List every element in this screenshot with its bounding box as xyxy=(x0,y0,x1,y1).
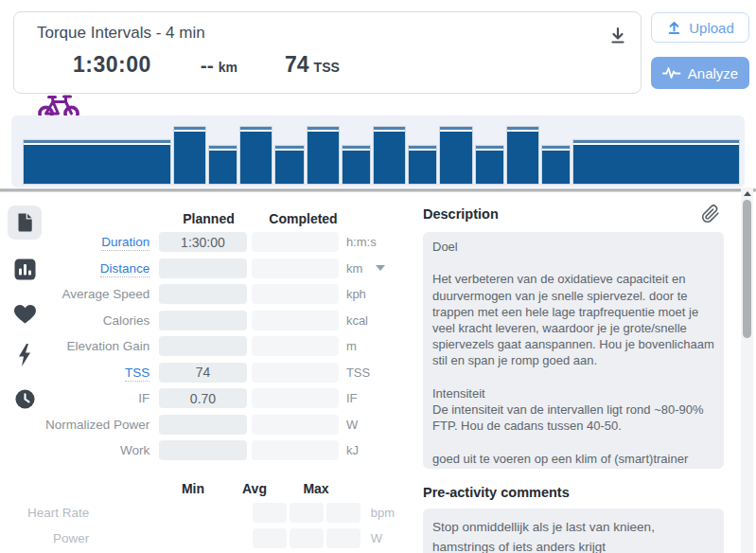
scrollbar-up-arrow[interactable] xyxy=(741,188,753,199)
row-unit-label: kph xyxy=(346,287,366,301)
row-unit: W xyxy=(371,531,407,545)
completed-input[interactable] xyxy=(252,415,339,435)
row-unit: km xyxy=(346,261,407,276)
planned-input[interactable] xyxy=(159,232,246,252)
row-label-link[interactable]: TSS xyxy=(125,366,149,382)
chart-step-body xyxy=(343,151,370,184)
chart-step-body xyxy=(308,132,339,184)
row-label-link[interactable]: Distance xyxy=(100,261,150,277)
completed-input[interactable] xyxy=(252,259,339,278)
completed-input[interactable] xyxy=(252,232,339,252)
chart-step-body xyxy=(374,132,405,184)
table-row-tss: TSSTSS xyxy=(0,360,407,386)
planned-input[interactable] xyxy=(159,259,246,278)
row-label: Elevation Gain xyxy=(0,339,149,353)
row-label: Duration xyxy=(0,235,149,249)
completed-input[interactable] xyxy=(252,388,339,408)
chart-step-recovery-1 xyxy=(208,145,237,185)
panel-divider xyxy=(0,188,756,192)
row-label: Distance xyxy=(0,261,149,276)
completed-input[interactable] xyxy=(252,440,339,460)
download-icon[interactable] xyxy=(607,26,628,46)
scrollbar-thumb[interactable] xyxy=(743,200,751,338)
chart-step-recovery-5 xyxy=(475,145,504,185)
chart-step-body xyxy=(240,132,272,184)
table-row-heart-rate: Heart Ratebpm xyxy=(0,500,407,526)
min-input[interactable] xyxy=(253,528,287,548)
attachment-paperclip-icon[interactable] xyxy=(701,205,720,223)
chart-step-body xyxy=(209,151,237,184)
row-unit: bpm xyxy=(371,506,407,520)
workout-profile-chart[interactable] xyxy=(11,116,745,187)
column-header-completed: Completed xyxy=(258,211,348,226)
completed-input[interactable] xyxy=(252,336,339,356)
chart-step-body xyxy=(440,132,471,184)
workout-stats-row: 1:30:00 -- km 74 TSS xyxy=(37,52,340,78)
planned-input[interactable] xyxy=(159,415,246,435)
row-label: Power xyxy=(0,531,89,545)
planned-input[interactable] xyxy=(159,388,246,408)
table-row-duration: Durationh:m:s xyxy=(0,229,407,256)
stat-tss-unit: TSS xyxy=(314,60,340,75)
avg-input[interactable] xyxy=(290,528,324,548)
chart-step-body xyxy=(507,132,538,184)
table-header-row: PlannedCompleted xyxy=(0,208,407,229)
workout-header-card: Torque Intervals - 4 min 1:30:00 -- km 7… xyxy=(13,11,642,94)
row-label-link[interactable]: Duration xyxy=(101,235,149,251)
table-row-normalized-power: Normalized PowerW xyxy=(0,412,407,438)
table-row-average-speed: Average Speedkph xyxy=(0,281,407,308)
max-input[interactable] xyxy=(326,503,360,523)
description-textarea[interactable]: Doel Het verbeteren van de oxidatieve ca… xyxy=(423,232,724,469)
completed-input[interactable] xyxy=(252,311,339,330)
chart-step-interval-1 xyxy=(173,126,206,185)
stat-tss: 74 TSS xyxy=(285,52,340,78)
pulse-icon xyxy=(662,65,681,80)
max-input[interactable] xyxy=(326,528,360,548)
row-label: Heart Rate xyxy=(0,506,89,520)
row-label: Work xyxy=(0,443,149,457)
upload-icon xyxy=(666,20,682,36)
row-label: IF xyxy=(0,391,149,405)
table-row-if: IFIF xyxy=(0,385,407,412)
chart-step-interval-3 xyxy=(307,126,340,185)
avg-input[interactable] xyxy=(290,503,324,523)
min-input[interactable] xyxy=(253,503,287,523)
planned-input[interactable] xyxy=(159,363,246,383)
stat-duration: 1:30:00 xyxy=(73,52,151,78)
chart-step-body xyxy=(24,145,170,184)
row-unit-label: h:m:s xyxy=(346,235,377,249)
chart-step-body xyxy=(275,151,303,184)
completed-input[interactable] xyxy=(252,284,339,304)
chart-step-recovery-6 xyxy=(541,145,571,185)
upload-button[interactable]: Upload xyxy=(651,12,749,43)
completed-input[interactable] xyxy=(252,363,339,383)
row-unit-label: km xyxy=(346,261,362,276)
planned-input[interactable] xyxy=(159,284,246,304)
stat-distance-value: -- xyxy=(201,54,214,77)
table-row-distance: Distancekm xyxy=(0,256,407,282)
row-unit-label: IF xyxy=(346,391,358,405)
analyze-button[interactable]: Analyze xyxy=(651,57,749,89)
pre-activity-comments-heading: Pre-activity comments xyxy=(423,485,724,500)
chart-step-recovery-4 xyxy=(408,145,437,185)
column-header-max: Max xyxy=(287,481,345,496)
pre-activity-comments-textarea[interactable]: Stop onmiddellijk als je last van knieen… xyxy=(423,508,724,553)
planned-input[interactable] xyxy=(159,336,246,356)
column-header-planned: Planned xyxy=(164,211,254,226)
column-header-min: Min xyxy=(164,481,222,496)
row-label: Average Speed xyxy=(0,287,149,301)
row-unit-label: TSS xyxy=(346,366,370,380)
row-unit-label: kJ xyxy=(346,443,359,457)
planned-input[interactable] xyxy=(159,440,246,460)
unit-dropdown-caret-icon[interactable] xyxy=(376,265,385,271)
table-row-elevation-gain: Elevation Gainm xyxy=(0,333,407,360)
row-unit: m xyxy=(346,339,407,353)
chart-step-body xyxy=(409,151,436,184)
planned-input[interactable] xyxy=(159,311,246,330)
workout-title: Torque Intervals - 4 min xyxy=(37,24,205,43)
chart-step-cool-down xyxy=(572,139,740,185)
table-row-work: WorkkJ xyxy=(0,437,407,464)
row-unit: TSS xyxy=(346,366,407,380)
chart-step-interval-4 xyxy=(373,126,406,185)
chart-step-interval-6 xyxy=(506,126,539,185)
